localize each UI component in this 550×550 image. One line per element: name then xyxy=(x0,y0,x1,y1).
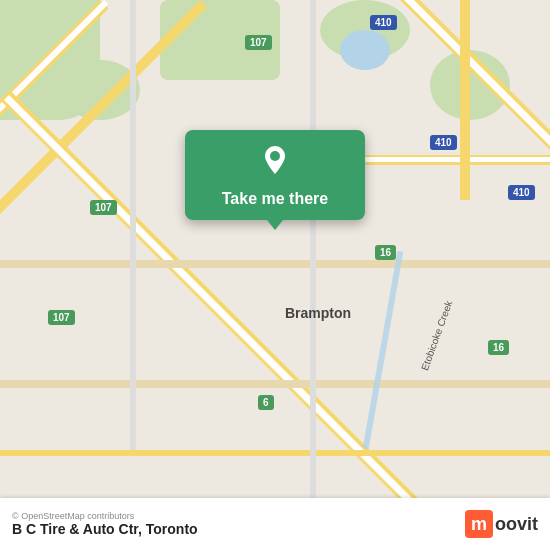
map-container: 107 410 107 107 410 410 16 16 6 Brampton… xyxy=(0,0,550,550)
moovit-text: oovit xyxy=(495,514,538,535)
shield-107a: 107 xyxy=(245,35,272,50)
take-me-there-button[interactable]: Take me there xyxy=(222,190,328,208)
road-h2 xyxy=(0,380,550,388)
place-name: B C Tire & Auto Ctr, Toronto xyxy=(12,521,198,537)
moovit-m-letter: m xyxy=(465,510,493,538)
shield-410a: 410 xyxy=(370,15,397,30)
lake xyxy=(340,30,390,70)
road-v3 xyxy=(310,0,316,500)
shield-16b: 16 xyxy=(488,340,509,355)
moovit-logo: m oovit xyxy=(465,510,538,538)
shield-107b: 107 xyxy=(90,200,117,215)
pin-icon xyxy=(257,142,293,190)
road-v2 xyxy=(130,0,136,450)
road-h3 xyxy=(0,450,550,456)
shield-410c: 410 xyxy=(508,185,535,200)
bottom-bar: © OpenStreetMap contributors B C Tire & … xyxy=(0,498,550,550)
road-v1 xyxy=(460,0,470,200)
shield-107c: 107 xyxy=(48,310,75,325)
shield-16a: 16 xyxy=(375,245,396,260)
shield-6: 6 xyxy=(258,395,274,410)
bottom-bar-left: © OpenStreetMap contributors B C Tire & … xyxy=(12,511,198,537)
attribution-text: © OpenStreetMap contributors xyxy=(12,511,198,521)
highway-410b xyxy=(360,157,550,162)
location-tooltip[interactable]: Take me there xyxy=(185,130,365,220)
brampton-label: Brampton xyxy=(285,305,351,321)
shield-410b: 410 xyxy=(430,135,457,150)
road-h1 xyxy=(0,260,550,268)
svg-point-1 xyxy=(270,151,280,161)
